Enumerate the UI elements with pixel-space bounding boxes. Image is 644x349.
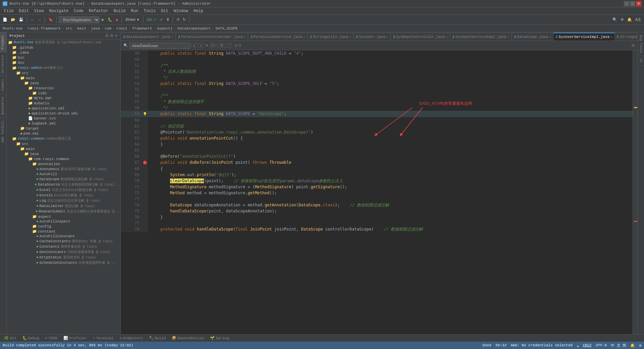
tree-item[interactable]: ●DataScope数据权限过滤注解 @ ruoyi (7, 177, 120, 182)
nav-ruoyi[interactable]: ruoyi (116, 27, 127, 31)
tree-item[interactable]: 📁RuoYi-Vue套装管理系统 E:\gitRepos2\RuoYi-Vue (7, 40, 120, 45)
push-button[interactable]: ⬆ (165, 17, 171, 22)
tree-item[interactable]: ●ScheduleConstants任务调度通用常量 @... (7, 260, 120, 265)
tab-sysuser[interactable]: J SysUser.java ✕ (354, 33, 391, 41)
menu-item-help[interactable]: Help (191, 8, 206, 14)
tab-close[interactable]: ✕ (171, 35, 173, 39)
maximize-button[interactable]: □ (630, 1, 635, 6)
tree-item[interactable]: ●RateLimiter限流注解 @ ruoyi (7, 203, 120, 209)
update-button[interactable]: ✓ (159, 17, 164, 22)
git-button[interactable]: Git: ✓ (145, 17, 158, 22)
search-regex-button[interactable]: .* (226, 43, 232, 48)
tree-item[interactable]: ●Log自定义操作日志记录注解 @ ruoyi (7, 198, 120, 203)
tree-item[interactable]: 📁doc (7, 60, 120, 65)
tree-item[interactable]: ●RepeatSubmit自定义注解防止表单重复提交 @... (7, 209, 120, 214)
tree-item[interactable]: 📁annotation (7, 161, 120, 166)
menu-item-edit[interactable]: Edit (16, 8, 32, 14)
tab-close-2[interactable]: ✕ (244, 35, 246, 39)
menu-item-window[interactable]: Window (171, 8, 191, 14)
tab-datascope-aspect[interactable]: J DataScopeAspect.java ✕ (121, 33, 176, 41)
translate-button[interactable]: A文 (634, 16, 643, 23)
menu-item-tools[interactable]: Tools (141, 8, 158, 14)
menu-item-view[interactable]: View (32, 8, 47, 14)
search-close-button[interactable]: ✕ (205, 43, 208, 48)
tree-item[interactable]: 📁java (7, 151, 120, 156)
tree-item[interactable]: ●Constants通用常量信息 @ ruoyi (7, 244, 120, 249)
updates-button[interactable]: 🔔 (626, 17, 633, 22)
tab-sysdept-controller[interactable]: J SysDeptController.java ✕ (391, 33, 450, 41)
tree-item[interactable]: 📁mybatis (7, 101, 120, 106)
code-scroll-area[interactable]: 49 public static final String DATA_SCOPE… (121, 50, 633, 334)
tree-item[interactable]: 📁ruoyi-adminweb服务入口 (7, 65, 120, 70)
bottom-tab-spring[interactable]: 🌱 Spring (207, 335, 232, 341)
sidebar-tab-aws[interactable]: AWS Toolkit (0, 117, 6, 145)
tree-item[interactable]: 📁META-INF (7, 96, 120, 101)
jrebel-button[interactable]: JRebel ▼ (124, 17, 141, 22)
tree-item[interactable]: ●AutoFillConstant (7, 234, 120, 239)
tab-sysdept-service[interactable]: J SysDeptServiceImpl.java ✕ (450, 33, 512, 41)
right-tab-big-tools[interactable]: Big Tools (638, 32, 644, 56)
tree-item[interactable]: 📁main (7, 146, 120, 151)
redo-button[interactable]: ↻ (181, 17, 187, 22)
minimize-button[interactable]: ─ (624, 1, 629, 6)
tree-item[interactable]: 📁src (7, 141, 120, 146)
tab-close-4[interactable]: ✕ (349, 35, 351, 39)
sidebar-tab-bookmarks[interactable]: Bookmarks (0, 94, 6, 117)
run-config-dropdown[interactable]: RuoYiApplication (59, 16, 100, 23)
back-button[interactable]: ← (29, 17, 36, 22)
forward-button[interactable]: → (36, 17, 43, 22)
menu-item-run[interactable]: Run (128, 8, 141, 14)
menu-item-git[interactable]: Git (158, 8, 171, 14)
tab-close-5[interactable]: ✕ (386, 35, 388, 39)
bottom-tab-terminal[interactable]: ▪ Terminal (90, 336, 116, 341)
tree-item[interactable]: 📁bin (7, 55, 120, 60)
search-filter-button[interactable]: ⊟ (632, 43, 635, 48)
tree-item[interactable]: ◈application.yml (7, 106, 120, 111)
tab-datascope[interactable]: J DataScope.java ✕ (512, 33, 553, 41)
nav-framework[interactable]: ruoyi-framework (28, 27, 61, 31)
nav-aspectj[interactable]: aspectj (157, 27, 172, 31)
panel-collapse-button[interactable]: ☰ (105, 34, 109, 38)
menu-item-navigate[interactable]: Navigate (46, 8, 71, 14)
tree-item[interactable]: 📁ruoyi-commoncommon通用工具 (7, 136, 120, 141)
stop-button[interactable]: ■ (114, 17, 119, 22)
settings-button[interactable]: ⚙ (619, 17, 625, 22)
save-button[interactable]: 💾 (17, 17, 25, 22)
menu-item-refactor[interactable]: Refactor (86, 8, 111, 14)
tree-item[interactable]: ●Anonymous匿名访问不鉴权注解 @ ruoyi (7, 166, 120, 172)
search-input[interactable] (129, 43, 190, 49)
tab-close-7[interactable]: ✕ (507, 35, 509, 39)
tab-close-3[interactable]: ✕ (303, 35, 305, 39)
status-settings[interactable]: ⚙ (639, 343, 641, 348)
tree-item[interactable]: 📁config (7, 224, 120, 229)
tab-permission-service[interactable]: J PermissionService.java ✕ (248, 33, 308, 41)
tree-item[interactable]: ●ExcelsExcel类注解集 @ ruoyi (7, 193, 120, 198)
undo-button[interactable]: ↺ (175, 17, 181, 22)
tree-item[interactable]: 📁constant (7, 229, 120, 234)
nav-data-scope[interactable]: DATA_SCOPE (216, 27, 238, 31)
tree-item[interactable]: ●AutoFill (7, 172, 120, 177)
debug-button[interactable]: 🐛 (106, 17, 114, 22)
search-word-button[interactable]: W (218, 43, 225, 48)
bookmark-button[interactable]: 🔖 (47, 17, 54, 22)
tree-item[interactable]: 📁target (7, 126, 120, 131)
tab-sysuser-service-active[interactable]: J SysUserServiceImpl.java ✕ (553, 33, 615, 41)
tree-item[interactable]: 📁i18n (7, 91, 120, 96)
tree-item[interactable]: 📁.github (7, 45, 120, 50)
tree-item[interactable]: 📁com.ruoyi.common (7, 156, 120, 161)
tree-item[interactable]: ◈logback.xml (7, 121, 120, 126)
run-button[interactable]: ▶ (100, 17, 106, 22)
tree-item[interactable]: ●GenConstants代码生成通用常量 @ ruoyi (7, 249, 120, 255)
tree-item[interactable]: 📁aspect (7, 214, 120, 219)
nav-com[interactable]: com (105, 27, 111, 31)
tree-item[interactable]: 📁java (7, 81, 120, 86)
bottom-tab-build[interactable]: 🔨 Build (146, 335, 168, 341)
bottom-tab-todo[interactable]: ✔ TODO (43, 335, 60, 341)
search-prev-button[interactable]: ∧ (191, 43, 197, 48)
tab-close-6[interactable]: ✕ (446, 35, 448, 39)
bottom-tab-dependencies[interactable]: 📦 Dependencies (169, 335, 207, 341)
bottom-tab-debug[interactable]: 🐛 Debug (20, 335, 42, 341)
tree-item[interactable]: ●CacheConstants缓存的key 常量 @ ruoyi (7, 239, 120, 244)
new-file-button[interactable]: 📄 (1, 17, 9, 22)
panel-close-button[interactable]: ✕ (115, 34, 118, 38)
